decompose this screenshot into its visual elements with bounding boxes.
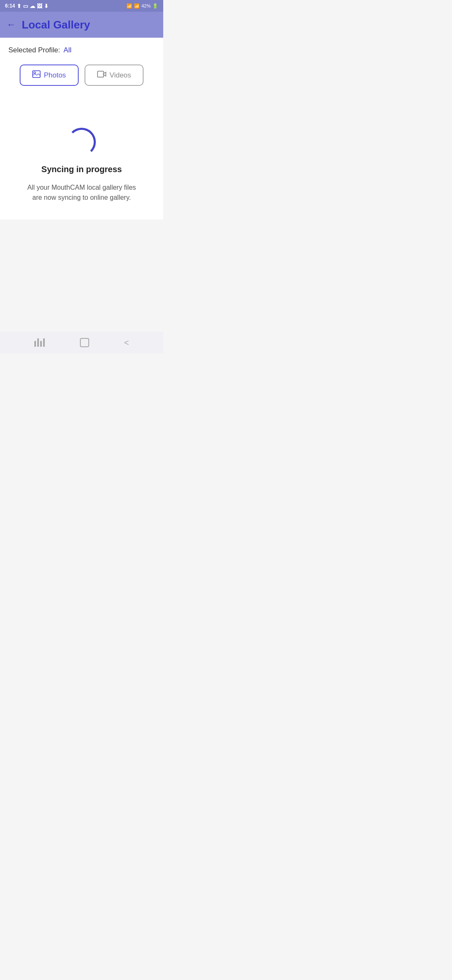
signal-icon: 📶 xyxy=(134,3,140,9)
videos-icon xyxy=(97,70,106,80)
svg-rect-1 xyxy=(33,72,36,74)
cloud-icon: ☁ xyxy=(30,3,35,9)
download-icon: ⬇ xyxy=(44,3,49,9)
syncing-description: All your MouthCAM local gallery files ar… xyxy=(23,183,140,203)
back-nav-button[interactable]: < xyxy=(124,338,129,348)
battery-icon: 🔋 xyxy=(152,3,158,9)
status-right: 📶 📶 42% 🔋 xyxy=(126,3,158,9)
videos-tab-label: Videos xyxy=(110,71,131,80)
status-bar: 6:14 ⬆ ▭ ☁ 🖼 ⬇ 📶 📶 42% 🔋 xyxy=(0,0,163,12)
main-content: Selected Profile: All Photos Videos xyxy=(0,38,163,219)
profile-value[interactable]: All xyxy=(64,46,72,54)
selected-profile-row: Selected Profile: All xyxy=(8,46,155,54)
home-icon xyxy=(80,338,89,347)
tab-buttons-container: Photos Videos xyxy=(8,64,155,86)
image-icon: 🖼 xyxy=(37,3,42,9)
home-nav-button[interactable] xyxy=(80,338,89,347)
upload-icon: ⬆ xyxy=(17,3,21,9)
videos-tab[interactable]: Videos xyxy=(85,64,144,86)
loading-spinner xyxy=(67,128,96,156)
profile-label: Selected Profile: xyxy=(8,46,60,54)
back-button[interactable]: ← xyxy=(7,19,16,30)
time-display: 6:14 xyxy=(5,3,15,9)
menu-nav-button[interactable] xyxy=(34,338,45,347)
bottom-nav: < xyxy=(0,332,163,353)
syncing-title: Syncing in progress xyxy=(41,165,122,174)
photos-tab-label: Photos xyxy=(44,71,66,80)
status-left: 6:14 ⬆ ▭ ☁ 🖼 ⬇ xyxy=(5,3,49,9)
photos-icon xyxy=(32,70,41,80)
wifi-icon: 📶 xyxy=(126,3,132,9)
app-bar: ← Local Gallery xyxy=(0,12,163,38)
loading-section: Syncing in progress All your MouthCAM lo… xyxy=(8,103,155,211)
video-icon: ▭ xyxy=(23,3,28,9)
battery-display: 42% xyxy=(141,3,151,8)
back-chevron-icon: < xyxy=(124,338,129,347)
page-title: Local Gallery xyxy=(22,18,90,31)
photos-tab[interactable]: Photos xyxy=(20,64,79,86)
svg-rect-2 xyxy=(98,71,103,77)
